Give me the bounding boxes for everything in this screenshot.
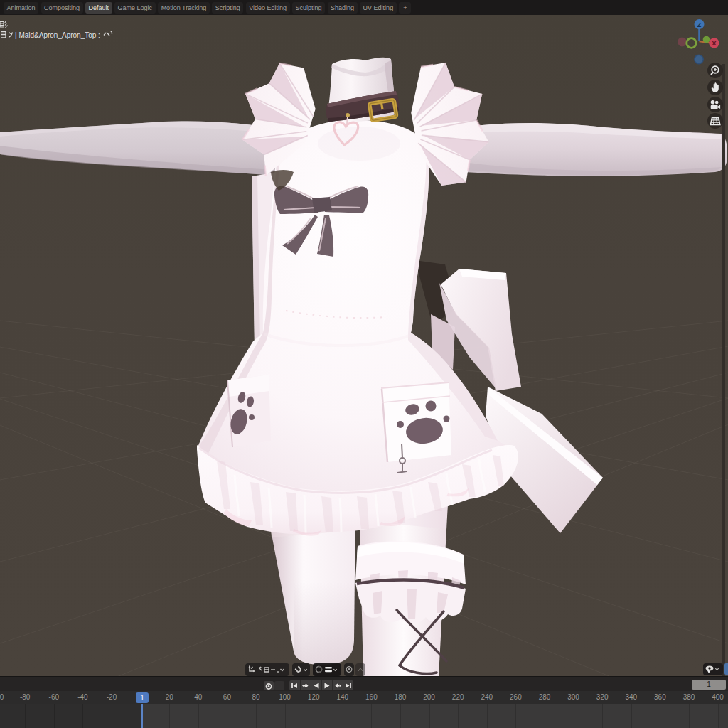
svg-text:| Maid&Apron_Apron_Top :: | Maid&Apron_Apron_Top : — [15, 31, 100, 39]
svg-text:X: X — [712, 39, 717, 47]
svg-text:Z: Z — [697, 21, 702, 28]
